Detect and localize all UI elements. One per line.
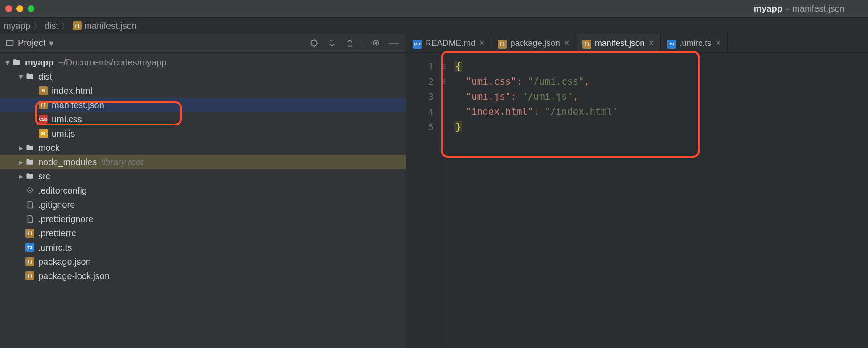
line-number: 1 xyxy=(406,59,434,74)
window-controls xyxy=(5,5,34,12)
svg-point-1 xyxy=(311,40,317,46)
tree-folder[interactable]: ▾dist xyxy=(0,69,406,84)
tree-item-label: package.json xyxy=(38,257,91,267)
tab-label: .umirc.ts xyxy=(680,38,712,48)
line-number-gutter: 12345 xyxy=(406,53,442,348)
breadcrumb-item[interactable]: { } manifest.json xyxy=(73,21,137,31)
breadcrumb-label: manifest.json xyxy=(84,21,137,31)
breadcrumb: myapp 〉 dist 〉 { } manifest.json xyxy=(0,18,868,34)
line-number: 4 xyxy=(406,104,434,119)
tree-file[interactable]: .prettierignore xyxy=(0,212,406,226)
tree-item-label: umi.css xyxy=(52,114,82,125)
tree-root-path: ~/Documents/codes/myapp xyxy=(58,57,166,68)
close-tab-button[interactable]: ✕ xyxy=(715,39,721,47)
json-file-icon: { } xyxy=(25,257,34,266)
fold-marker[interactable]: ⊟ xyxy=(442,59,450,74)
editor-tab[interactable]: { }manifest.json✕ xyxy=(576,34,661,52)
tree-file[interactable]: { }.prettierrc xyxy=(0,226,406,240)
close-window-button[interactable] xyxy=(5,5,12,12)
tree-folder[interactable]: ▸mock xyxy=(0,141,406,155)
minus-icon: — xyxy=(389,37,399,49)
tree-root[interactable]: ▾myapp~/Documents/codes/myapp xyxy=(0,55,406,69)
window-title-project: myapp xyxy=(753,4,782,13)
code-line: } xyxy=(454,119,868,134)
tree-item-label: src xyxy=(38,171,50,182)
editor-tab[interactable]: { }package.json✕ xyxy=(491,34,576,52)
line-number: 2 xyxy=(406,74,434,89)
project-tool-window: Project ▾ — ▾myapp~/Documents/codes/myap… xyxy=(0,34,406,348)
breadcrumb-item[interactable]: dist xyxy=(45,21,58,31)
text-file-icon xyxy=(25,214,35,224)
project-panel-title[interactable]: Project ▾ xyxy=(5,38,53,49)
line-number: 3 xyxy=(406,89,434,104)
folder-icon xyxy=(25,143,35,153)
gear-icon xyxy=(25,186,35,195)
code-line: "umi.js": "/umi.js", xyxy=(454,89,868,104)
tree-item-label: index.html xyxy=(52,86,92,96)
editor-tab[interactable]: MDREADME.md✕ xyxy=(406,34,491,52)
tree-item-label: package-lock.json xyxy=(38,271,110,281)
project-header: Project ▾ — xyxy=(0,34,406,53)
close-tab-button[interactable]: ✕ xyxy=(479,39,485,47)
folder-icon xyxy=(25,72,35,81)
hide-panel-button[interactable]: — xyxy=(387,36,401,50)
tree-file[interactable]: JSumi.js xyxy=(0,126,406,141)
chevron-down-icon: ▾ xyxy=(49,38,53,49)
breadcrumb-sep: 〉 xyxy=(61,20,70,32)
text-file-icon xyxy=(25,200,35,210)
expand-all-button[interactable] xyxy=(325,36,339,50)
tab-label: manifest.json xyxy=(595,38,645,48)
editor-area: MDREADME.md✕{ }package.json✕{ }manifest.… xyxy=(406,34,868,348)
breadcrumb-item[interactable]: myapp xyxy=(4,21,30,31)
code-area[interactable]: { "umi.css": "/umi.css", "umi.js": "/umi… xyxy=(450,53,868,348)
tree-folder[interactable]: ▸node_moduleslibrary root xyxy=(0,155,406,169)
tree-item-label: dist xyxy=(38,72,52,82)
expand-icon xyxy=(328,39,336,48)
settings-button[interactable] xyxy=(369,36,383,50)
tree-root-name: myapp xyxy=(25,57,53,68)
html-file-icon: H xyxy=(39,86,48,95)
collapse-all-button[interactable] xyxy=(343,36,356,50)
md-file-icon: MD xyxy=(413,40,422,49)
tab-label: README.md xyxy=(425,38,475,48)
close-tab-button[interactable]: ✕ xyxy=(564,39,569,47)
fold-marker[interactable]: ⊡ xyxy=(442,74,450,89)
json-file-icon: { } xyxy=(582,40,591,49)
project-tree[interactable]: ▾myapp~/Documents/codes/myapp▾distHindex… xyxy=(0,53,406,286)
code-line: "index.html": "/index.html" xyxy=(454,104,868,119)
editor-tab[interactable]: TS.umirc.ts✕ xyxy=(661,34,728,52)
line-number: 5 xyxy=(406,119,434,134)
tree-file[interactable]: { }package-lock.json xyxy=(0,269,406,283)
tree-file[interactable]: Hindex.html xyxy=(0,84,406,98)
tree-file[interactable]: .editorconfig xyxy=(0,183,406,198)
chevron-right-icon: ▸ xyxy=(17,171,25,182)
json-file-icon: { } xyxy=(25,229,34,238)
tree-file[interactable]: .gitignore xyxy=(0,198,406,212)
json-file-icon: { } xyxy=(25,271,34,280)
folder-icon xyxy=(12,57,21,67)
svg-point-7 xyxy=(29,190,31,192)
tree-item-label: .umirc.ts xyxy=(38,243,72,253)
tab-label: package.json xyxy=(510,38,560,48)
tree-item-label: mock xyxy=(38,143,60,153)
target-icon xyxy=(310,39,319,48)
minimize-window-button[interactable] xyxy=(16,5,23,12)
editor-body: 12345 ⊟ ⊡ { "umi.css": "/umi.css", "umi.… xyxy=(406,53,868,348)
tree-file[interactable]: { }manifest.json xyxy=(0,98,406,112)
tree-item-label: umi.js xyxy=(52,129,75,139)
json-file-icon: { } xyxy=(73,21,82,30)
chevron-down-icon: ▾ xyxy=(4,57,12,68)
tree-file[interactable]: { }package.json xyxy=(0,255,406,269)
tree-item-label: .editorconfig xyxy=(38,186,87,196)
close-tab-button[interactable]: ✕ xyxy=(648,39,654,47)
tree-file[interactable]: CSSumi.css xyxy=(0,112,406,126)
tree-file[interactable]: TS.umirc.ts xyxy=(0,240,406,255)
tree-folder[interactable]: ▸src xyxy=(0,169,406,183)
maximize-window-button[interactable] xyxy=(28,5,34,12)
select-opened-file-button[interactable] xyxy=(307,36,321,50)
svg-point-6 xyxy=(375,42,377,44)
ts-file-icon: TS xyxy=(667,40,676,49)
folder-icon xyxy=(25,171,35,181)
project-panel-label: Project xyxy=(18,38,45,48)
chevron-down-icon: ▾ xyxy=(17,71,25,82)
